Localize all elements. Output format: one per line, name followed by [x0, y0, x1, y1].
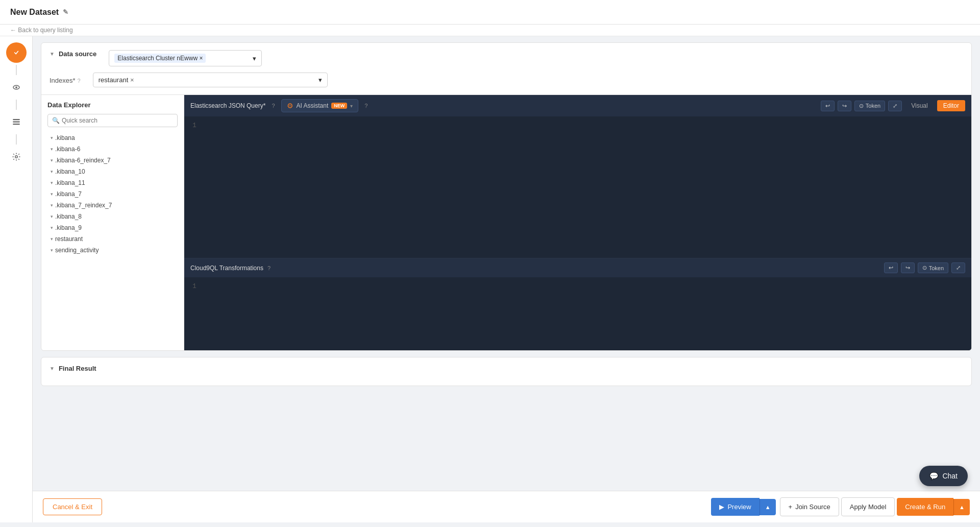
transform-code-editor[interactable]: 1	[184, 277, 971, 350]
join-source-button[interactable]: + Join Source	[780, 497, 839, 516]
indexes-dropdown-arrow: ▾	[318, 76, 322, 84]
edit-title-icon[interactable]: ✎	[63, 8, 68, 16]
preview-play-icon: ▶	[719, 503, 724, 511]
final-result-title: Final Result	[59, 365, 96, 372]
transform-redo-button[interactable]: ↪	[901, 262, 915, 273]
sidebar-icon-eye[interactable]	[6, 77, 27, 98]
preview-button[interactable]: ▶ Preview	[711, 498, 759, 516]
tree-item-kibana-11[interactable]: ▾ .kibana_11	[47, 177, 178, 188]
indexes-row: Indexes* ? restaurant × ▾	[50, 73, 963, 87]
chat-icon: 💬	[929, 472, 938, 480]
preview-caret-button[interactable]: ▲	[760, 499, 776, 515]
tree-item-sending-activity[interactable]: ▾ sending_activity	[47, 245, 178, 256]
indexes-tag-close[interactable]: ×	[130, 76, 134, 84]
action-buttons-group: ▶ Preview ▲ + Join Source Apply Model Cr…	[711, 497, 970, 516]
transform-undo-icon: ↩	[889, 265, 893, 271]
json-editor-help-icon[interactable]: ?	[272, 103, 275, 109]
svg-point-6	[15, 156, 17, 158]
sidebar-icon-settings[interactable]	[6, 147, 27, 167]
create-run-button[interactable]: Create & Run	[897, 498, 953, 516]
indexes-label: Indexes* ?	[50, 73, 81, 84]
tree-arrow-kibana-8: ▾	[51, 214, 53, 219]
tree-item-kibana-9[interactable]: ▾ .kibana_9	[47, 222, 178, 233]
explorer-query-wrapper: Data Explorer 🔍 ▾ .kibana ▾	[41, 94, 971, 350]
ai-query-help-icon[interactable]: ?	[364, 103, 368, 109]
datasource-section: ▼ Data source Elasticsearch Cluster nEww…	[41, 42, 972, 351]
tree-item-kibana-10[interactable]: ▾ .kibana_10	[47, 166, 178, 177]
transform-token-button[interactable]: ⊙ Token	[918, 262, 948, 273]
tree-arrow-kibana: ▾	[51, 135, 53, 140]
sidebar-icon-list[interactable]	[6, 112, 27, 132]
json-editor-title: Elasticsearch JSON Query*	[190, 102, 265, 109]
tree-item-kibana-7-reindex[interactable]: ▾ .kibana_7_reindex_7	[47, 200, 178, 211]
fullscreen-icon: ⤢	[893, 103, 897, 109]
back-link[interactable]: ← Back to query listing	[0, 25, 980, 36]
svg-point-2	[15, 86, 17, 88]
json-token-button[interactable]: ⊙ Token	[854, 101, 885, 111]
tree-item-kibana-7[interactable]: ▾ .kibana_7	[47, 188, 178, 200]
page-title: New Dataset ✎	[10, 8, 68, 17]
sidebar-icon-home[interactable]	[6, 42, 27, 63]
ai-new-badge: NEW	[331, 103, 347, 109]
tree-arrow-kibana-6-reindex: ▾	[51, 158, 53, 163]
tree-arrow-kibana-10: ▾	[51, 169, 53, 174]
query-area: Elasticsearch JSON Query* ? ⚙ AI Assista…	[184, 95, 971, 350]
tree-arrow-sending-activity: ▾	[51, 248, 53, 253]
json-code-editor[interactable]: 1	[184, 116, 971, 258]
token-icon: ⊙	[859, 103, 864, 109]
editor-actions: ↩ ↪ ⊙ Token	[821, 100, 965, 111]
undo-icon: ↩	[825, 103, 830, 109]
transform-redo-icon: ↪	[905, 265, 910, 271]
ai-assistant-button[interactable]: ⚙ AI Assistant NEW ▾	[281, 99, 359, 112]
tree-item-restaurant[interactable]: ▾ restaurant	[47, 233, 178, 245]
svg-rect-3	[13, 119, 20, 120]
datasource-label: Data source	[59, 50, 96, 58]
transform-token-icon: ⊙	[922, 265, 927, 271]
indexes-selected-tag: restaurant ×	[99, 76, 134, 84]
datasource-collapse-arrow[interactable]: ▼	[50, 51, 55, 57]
transform-help-icon[interactable]: ?	[267, 265, 271, 271]
search-box[interactable]: 🔍	[47, 114, 178, 127]
create-run-caret-button[interactable]: ▲	[953, 499, 970, 515]
tree-arrow-restaurant: ▾	[51, 236, 53, 242]
json-fullscreen-button[interactable]: ⤢	[888, 101, 902, 111]
svg-point-0	[12, 49, 20, 57]
indexes-dropdown[interactable]: restaurant × ▾	[93, 73, 328, 87]
tab-editor-button[interactable]: Editor	[937, 100, 965, 111]
datasource-inner: ▼ Data source Elasticsearch Cluster nEww…	[41, 43, 971, 94]
transform-fullscreen-button[interactable]: ⤢	[951, 262, 965, 273]
datasource-dropdown-arrow: ▾	[253, 55, 256, 62]
cancel-button[interactable]: Cancel & Exit	[43, 498, 102, 515]
transform-undo-button[interactable]: ↩	[884, 262, 898, 273]
bottom-toolbar: Cancel & Exit ▶ Preview ▲ + Join Source …	[33, 491, 980, 522]
tab-visual-button[interactable]: Visual	[905, 100, 934, 111]
tree-item-kibana-6-reindex[interactable]: ▾ .kibana-6_reindex_7	[47, 155, 178, 166]
sidebar-connector-3	[16, 134, 17, 145]
final-result-collapse-arrow[interactable]: ▼	[50, 366, 55, 371]
top-bar: New Dataset ✎	[0, 0, 980, 25]
svg-rect-5	[13, 124, 20, 125]
page-title-text: New Dataset	[10, 8, 59, 17]
search-input[interactable]	[62, 117, 173, 124]
chat-label: Chat	[942, 472, 958, 480]
tree-arrow-kibana-7: ▾	[51, 191, 53, 197]
icon-sidebar	[0, 36, 33, 522]
json-redo-button[interactable]: ↪	[838, 101, 851, 111]
tree-item-kibana-8[interactable]: ▾ .kibana_8	[47, 211, 178, 222]
redo-icon: ↪	[842, 103, 847, 109]
ai-icon: ⚙	[287, 102, 293, 110]
data-explorer-title: Data Explorer	[47, 101, 178, 109]
json-undo-button[interactable]: ↩	[821, 101, 835, 111]
main-layout: ▼ Data source Elasticsearch Cluster nEww…	[0, 36, 980, 522]
indexes-help-icon[interactable]: ?	[78, 78, 81, 84]
json-editor-header: Elasticsearch JSON Query* ? ⚙ AI Assista…	[184, 95, 971, 116]
apply-model-button[interactable]: Apply Model	[841, 497, 895, 516]
search-icon: 🔍	[52, 117, 60, 124]
tree-item-kibana[interactable]: ▾ .kibana	[47, 132, 178, 143]
datasource-row: ▼ Data source Elasticsearch Cluster nEww…	[50, 50, 963, 66]
tree-item-kibana-6[interactable]: ▾ .kibana-6	[47, 143, 178, 155]
chat-button[interactable]: 💬 Chat	[919, 466, 968, 486]
tree-list: ▾ .kibana ▾ .kibana-6 ▾ .kibana-6_reinde…	[47, 132, 178, 256]
transform-title: Cloud9QL Transformations	[190, 265, 263, 272]
datasource-dropdown[interactable]: Elasticsearch Cluster nEwww × ▾	[109, 50, 262, 66]
